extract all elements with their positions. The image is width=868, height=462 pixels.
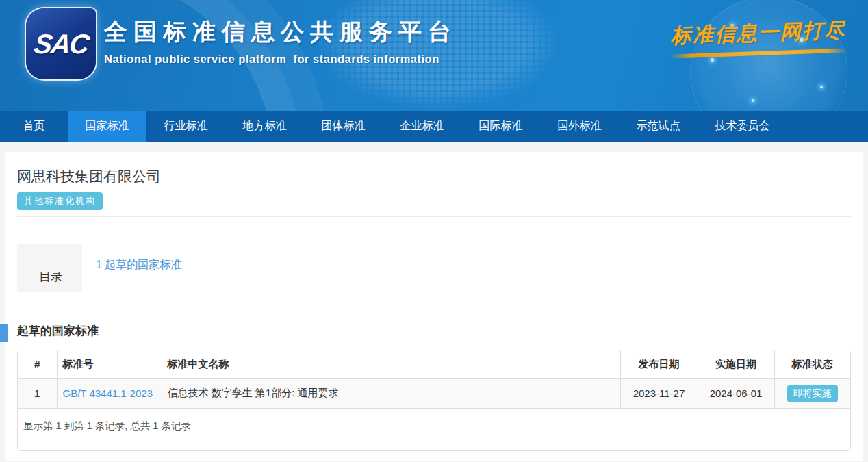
divider (17, 216, 851, 217)
org-name: 网思科技集团有限公司 (17, 167, 851, 186)
nav-item-home[interactable]: 首页 (0, 111, 68, 142)
nav-item-technical-committee[interactable]: 技术委员会 (698, 111, 787, 142)
cell-impl-date: 2024-06-01 (698, 378, 774, 408)
cell-std-name: 信息技术 数字孪生 第1部分: 通用要求 (162, 378, 620, 408)
content-card: 网思科技集团有限公司 其他标准化机构 目录 1 起草的国家标准 起草的国家标准 (5, 152, 863, 461)
toc-link-drafted-standards[interactable]: 1 起草的国家标准 (96, 259, 181, 270)
org-type-badge: 其他标准化机构 (17, 192, 103, 210)
col-header-std-no: 标准号 (57, 350, 162, 378)
cell-status: 即将实施 (774, 378, 850, 408)
col-header-index: # (18, 350, 57, 378)
cell-index: 1 (18, 378, 57, 408)
col-header-status: 标准状态 (774, 350, 850, 378)
header-slogan: 标准信息一网打尽 (669, 16, 848, 58)
toc-panel: 目录 1 起草的国家标准 (17, 244, 851, 292)
nav-item-foreign-standards[interactable]: 国外标准 (540, 111, 619, 142)
site-subtitle: National public service platform for sta… (104, 53, 457, 66)
standards-table-container: # 标准号 标准中文名称 发布日期 实施日期 标准状态 1 GB/T 43441… (17, 350, 851, 451)
col-header-impl-date: 实施日期 (698, 350, 774, 378)
nav-item-pilot-demo[interactable]: 示范试点 (619, 111, 698, 142)
standards-table: # 标准号 标准中文名称 发布日期 实施日期 标准状态 1 GB/T 43441… (18, 350, 850, 409)
nav-item-national-standards[interactable]: 国家标准 (68, 111, 146, 142)
section-rule (107, 331, 851, 331)
col-header-name: 标准中文名称 (162, 350, 620, 378)
cell-pub-date: 2023-11-27 (620, 378, 698, 408)
section-header: 起草的国家标准 (17, 323, 851, 339)
section-title: 起草的国家标准 (17, 323, 99, 339)
page: SAC 全国标准信息公共服务平台 National public service… (0, 0, 868, 461)
table-row: 1 GB/T 43441.1-2023 信息技术 数字孪生 第1部分: 通用要求… (18, 378, 850, 408)
slogan-text: 标准信息一网打尽 (669, 16, 847, 50)
site-header: SAC 全国标准信息公共服务平台 National public service… (0, 0, 868, 111)
sac-logo-text: SAC (32, 29, 90, 60)
site-title-block: 全国标准信息公共服务平台 National public service pla… (104, 16, 457, 66)
site-title: 全国标准信息公共服务平台 (104, 16, 457, 48)
nav-item-enterprise-standards[interactable]: 企业标准 (383, 111, 461, 142)
toc-body: 1 起草的国家标准 (82, 244, 851, 292)
cell-std-no: GB/T 43441.1-2023 (57, 378, 162, 408)
nav-item-local-standards[interactable]: 地方标准 (225, 111, 304, 142)
record-summary: 显示第 1 到第 1 条记录, 总共 1 条记录 (18, 409, 850, 450)
section-accent-bar (0, 324, 8, 342)
status-badge: 即将实施 (787, 385, 838, 402)
sac-logo[interactable]: SAC (26, 8, 96, 79)
col-header-pub-date: 发布日期 (620, 350, 698, 378)
toc-label: 目录 (17, 244, 82, 292)
table-header-row: # 标准号 标准中文名称 发布日期 实施日期 标准状态 (18, 350, 850, 378)
nav-item-group-standards[interactable]: 团体标准 (304, 111, 383, 142)
std-no-link[interactable]: GB/T 43441.1-2023 (63, 387, 153, 399)
main-nav: 首页 国家标准 行业标准 地方标准 团体标准 企业标准 国际标准 国外标准 示范… (0, 111, 868, 142)
nav-item-international-standards[interactable]: 国际标准 (461, 111, 540, 142)
nav-item-industry-standards[interactable]: 行业标准 (146, 111, 225, 142)
